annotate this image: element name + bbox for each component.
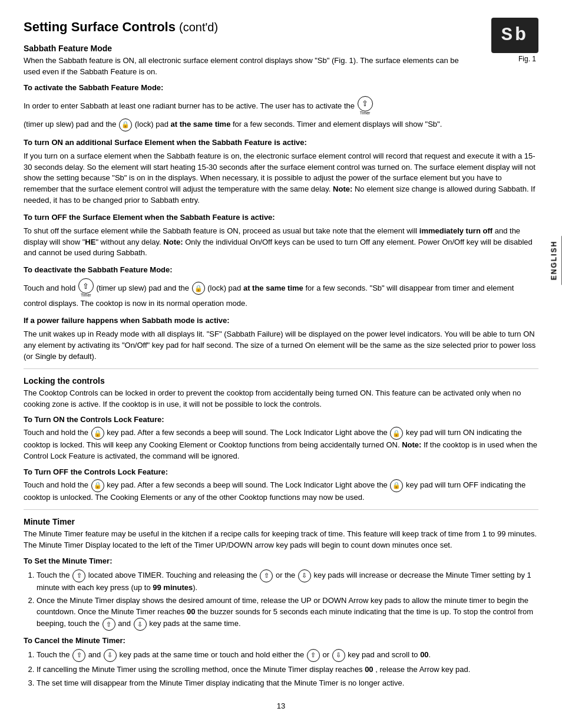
locking-heading: Locking the controls (24, 375, 538, 387)
sabbath-heading: Sabbath Feature Mode (24, 42, 470, 54)
lock-turn-off-heading: To Turn OFF the Controls Lock Feature: (24, 467, 538, 478)
turn-on-text: If you turn on a surface element when th… (24, 151, 538, 206)
activate-text2: (timer up slew) pad and the 🔒 (lock) pad… (24, 118, 538, 131)
up-arrow-icon-1: ⇧ (72, 569, 85, 582)
page-title: Setting Surface Controls (cont'd) (24, 19, 218, 34)
section-divider-1 (24, 368, 538, 369)
cancel-step-3: The set time will disappear from the Min… (37, 678, 538, 689)
lock-turn-on-heading: To Turn ON the Controls Lock Feature: (24, 414, 538, 426)
page-header: Setting Surface Controls (cont'd) Sabbat… (24, 18, 538, 80)
down-arrow-icon-1: ⇩ (298, 569, 311, 582)
up-arrow-icon-2: ⇧ (260, 569, 273, 582)
power-failure-section: If a power failure happens when Sabbath … (24, 315, 538, 362)
deactivate-text: Touch and hold ⇧ Timer (timer up slew) p… (24, 278, 538, 309)
sabbath-turn-off-section: To turn OFF the Surface Element when the… (24, 212, 538, 259)
lock-icon-2: 🔒 (192, 282, 205, 295)
activate-heading: To activate the Sabbath Feature Mode: (24, 83, 163, 92)
timer-up-icon-1: ⇧ Timer (357, 96, 373, 116)
up-arrow-icon-5: ⇧ (307, 649, 320, 662)
sb-display: Sb (491, 18, 538, 53)
set-step-2: Once the Minute Timer display shows the … (37, 595, 538, 631)
cancel-timer-steps: Touch the ⇧ and ⇩ key pads at the same t… (24, 649, 538, 689)
minute-timer-heading: Minute Timer (24, 516, 538, 528)
page-number: 13 (24, 701, 538, 712)
deactivate-heading: To deactivate the Sabbath Feature Mode: (24, 265, 173, 274)
set-step-1: Touch the ⇧ located above TIMER. Touchin… (37, 569, 538, 594)
turn-off-text: To shut off the surface element while th… (24, 226, 538, 259)
turn-on-heading: To turn ON an additional Surface Element… (24, 138, 307, 147)
minute-timer-intro: The Minute Timer feature may be useful i… (24, 529, 538, 551)
lock-turn-off-text: Touch and hold the 🔒 key pad. After a fe… (24, 479, 538, 503)
down-arrow-icon-2: ⇩ (134, 618, 147, 631)
lock-icon-3: 🔒 (91, 427, 104, 440)
sidebar-english: ENGLISH (547, 236, 562, 285)
fig-label: Fig. 1 (518, 54, 536, 64)
down-arrow-icon-4: ⇩ (332, 649, 345, 662)
power-failure-text: The unit wakes up in Ready mode with all… (24, 329, 538, 363)
lock-icon-5: 🔒 (91, 479, 104, 492)
lock-icon-6: 🔒 (390, 479, 403, 492)
turn-on-note-label: Note: (333, 185, 352, 193)
lock-icon-1: 🔒 (119, 118, 132, 131)
cancel-step-2: If cancelling the Minute Timer using the… (37, 664, 538, 676)
up-arrow-icon-4: ⇧ (72, 649, 85, 662)
lock-turn-on-text: Touch and hold the 🔒 key pad. After a fe… (24, 427, 538, 462)
turn-off-heading: To turn OFF the Surface Element when the… (24, 213, 275, 222)
locking-intro: The Cooktop Controls can be locked in or… (24, 388, 538, 410)
set-timer-heading: To Set the Minute Timer: (24, 556, 538, 567)
activate-text: In order to enter Sabbath at least one r… (24, 96, 538, 116)
sabbath-activate-section: To activate the Sabbath Feature Mode: In… (24, 83, 538, 131)
down-arrow-icon-3: ⇩ (104, 649, 117, 662)
section-divider-2 (24, 509, 538, 510)
minute-timer-section: Minute Timer The Minute Timer feature ma… (24, 516, 538, 689)
cancel-step-1: Touch the ⇧ and ⇩ key pads at the same t… (37, 649, 538, 662)
power-failure-heading: If a power failure happens when Sabbath … (24, 316, 230, 325)
sabbath-deactivate-section: To deactivate the Sabbath Feature Mode: … (24, 265, 538, 309)
header-text: Setting Surface Controls (cont'd) Sabbat… (24, 18, 470, 80)
up-arrow-icon-3: ⇧ (103, 618, 115, 631)
sabbath-intro: When the Sabbath feature is ON, all elec… (24, 55, 470, 78)
lock-icon-4: 🔒 (390, 427, 403, 440)
timer-up-icon-2: ⇧ Timer (78, 278, 94, 298)
cancel-timer-heading: To Cancel the Minute Timer: (24, 635, 538, 647)
fig-block: Sb Fig. 1 (480, 18, 538, 64)
set-timer-steps: Touch the ⇧ located above TIMER. Touchin… (24, 569, 538, 631)
locking-section: Locking the controls The Cooktop Control… (24, 375, 538, 503)
sabbath-turn-on-section: To turn ON an additional Surface Element… (24, 137, 538, 206)
